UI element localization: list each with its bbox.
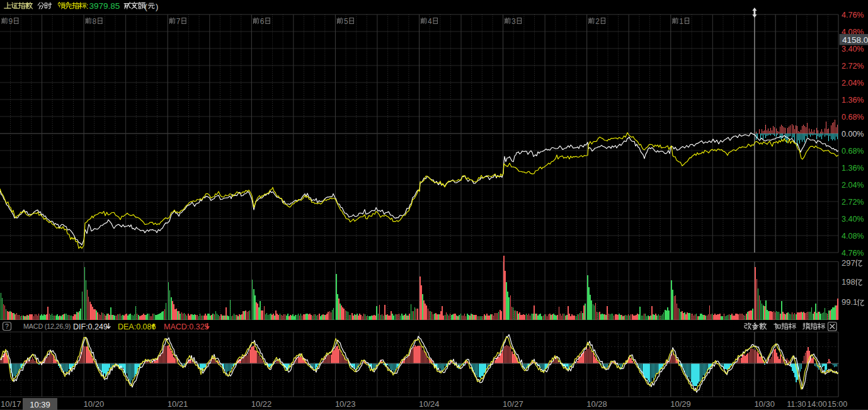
svg-text:3.40%: 3.40% (842, 45, 864, 54)
svg-text:1.36%: 1.36% (842, 164, 864, 173)
svg-text:10/28: 10/28 (586, 399, 607, 409)
svg-text:): ) (156, 2, 158, 11)
svg-text:8: 8 (93, 17, 97, 26)
svg-text:10/27: 10/27 (503, 399, 523, 409)
svg-text:198: 198 (842, 277, 855, 287)
svg-text:10/20: 10/20 (84, 399, 105, 409)
svg-text:4.08%: 4.08% (842, 232, 864, 241)
svg-text:4.76%: 4.76% (842, 11, 864, 20)
svg-text::: : (86, 1, 89, 11)
svg-text:2: 2 (595, 17, 600, 26)
svg-text:2.72%: 2.72% (842, 62, 864, 71)
svg-text:DIF:0.249: DIF:0.249 (73, 322, 108, 331)
svg-text:MACD (12,26,9): MACD (12,26,9) (23, 322, 71, 330)
svg-text:99.1: 99.1 (842, 297, 857, 307)
svg-text:10/22: 10/22 (251, 399, 272, 409)
svg-text:10/30: 10/30 (754, 399, 775, 409)
svg-text:10/29: 10/29 (670, 399, 691, 409)
svg-text:3: 3 (511, 17, 516, 26)
svg-text:2.04%: 2.04% (842, 79, 864, 88)
svg-text:4: 4 (428, 17, 432, 26)
svg-text:10/23: 10/23 (335, 399, 356, 409)
svg-text:10/17: 10/17 (1, 399, 21, 409)
svg-text:297: 297 (842, 258, 855, 268)
svg-text:0.68%: 0.68% (842, 113, 864, 122)
svg-text:?: ? (5, 322, 9, 330)
svg-text:10:39: 10:39 (30, 400, 50, 409)
svg-text:7: 7 (176, 17, 181, 26)
svg-text:10/21: 10/21 (168, 399, 188, 409)
svg-text:6: 6 (260, 17, 265, 26)
svg-text:15:00: 15:00 (828, 400, 847, 409)
svg-text:0.68%: 0.68% (842, 147, 864, 156)
svg-text:2.04%: 2.04% (842, 181, 864, 190)
svg-text:9: 9 (9, 17, 13, 26)
svg-text:14:00: 14:00 (807, 400, 826, 409)
svg-text:5: 5 (344, 17, 348, 26)
svg-text:DEA:0.086: DEA:0.086 (118, 322, 156, 331)
svg-text:3.40%: 3.40% (842, 215, 864, 224)
svg-text:3979.85: 3979.85 (89, 1, 120, 11)
svg-text:11:30: 11:30 (787, 400, 806, 409)
svg-text:4.76%: 4.76% (842, 249, 864, 258)
svg-text:0.00%: 0.00% (842, 130, 864, 139)
svg-text:MACD:0.325: MACD:0.325 (164, 322, 209, 331)
svg-text:10/24: 10/24 (419, 399, 440, 409)
svg-text:1: 1 (679, 17, 683, 26)
svg-text:4158.04: 4158.04 (842, 35, 868, 45)
svg-text:2.72%: 2.72% (842, 198, 864, 207)
svg-text:1.36%: 1.36% (842, 96, 864, 105)
